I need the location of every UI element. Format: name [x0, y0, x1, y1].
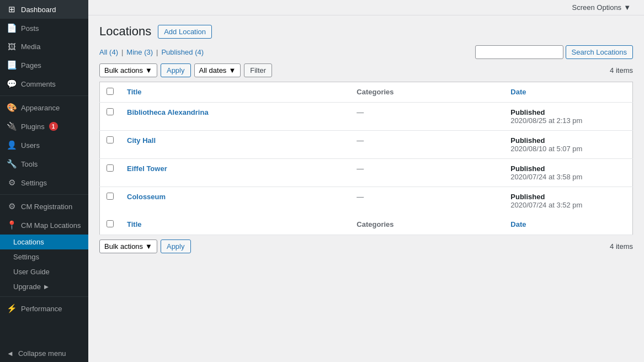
- sidebar-item-user-guide[interactable]: User Guide: [0, 264, 88, 279]
- cm-map-locations-icon: 📍: [7, 220, 17, 230]
- row-checkbox-3[interactable]: [107, 193, 114, 200]
- sidebar-divider-3: [0, 296, 88, 297]
- screen-options-button[interactable]: Screen Options ▼: [568, 2, 635, 13]
- bulk-actions-bottom-select[interactable]: Bulk actions ▼: [99, 239, 157, 253]
- filter-search-row: All (4) | Mine (3) | Published (4) Searc…: [99, 45, 633, 59]
- location-title-link-3[interactable]: Colosseum: [127, 193, 166, 201]
- row-checkbox-1[interactable]: [107, 136, 114, 143]
- page-header: Locations Add Location: [99, 24, 633, 39]
- search-locations-button[interactable]: Search Locations: [566, 45, 633, 59]
- filter-sep-2: |: [156, 48, 158, 56]
- footer-date-col: Date: [504, 215, 632, 235]
- row-date-col-2: Published 2020/07/24 at 3:58 pm: [504, 159, 632, 187]
- date-status-0: Published: [510, 108, 626, 116]
- filter-sep-1: |: [121, 48, 123, 56]
- header-title-col: Title: [120, 82, 350, 103]
- date-sort-link[interactable]: Date: [510, 88, 526, 96]
- bulk-actions-top-select[interactable]: Bulk actions ▼: [99, 63, 157, 77]
- filter-published-link[interactable]: Published (4): [161, 48, 204, 56]
- row-categories-col-3: —: [350, 187, 504, 215]
- row-categories-col-2: —: [350, 159, 504, 187]
- sidebar-item-appearance[interactable]: 🎨 Appearance: [0, 98, 88, 117]
- sidebar-item-plugins[interactable]: 🔌 Plugins 1: [0, 117, 88, 136]
- cm-registration-icon: ⚙: [7, 201, 17, 211]
- table-footer-row: Title Categories Date: [100, 215, 633, 235]
- bulk-actions-bottom-chevron-icon: ▼: [145, 242, 152, 251]
- table-row: Eiffel Tower — Published 2020/07/24 at 3…: [100, 159, 633, 187]
- appearance-icon: 🎨: [7, 103, 17, 113]
- footer-date-sort-link[interactable]: Date: [510, 220, 526, 228]
- sidebar-item-settings[interactable]: ⚙ Settings: [0, 173, 88, 192]
- row-title-col-2: Eiffel Tower: [120, 159, 350, 187]
- add-location-button[interactable]: Add Location: [158, 25, 212, 39]
- filter-all-link[interactable]: All (4): [99, 48, 118, 56]
- sidebar-item-upgrade[interactable]: Upgrade ►: [0, 279, 88, 294]
- top-items-count: 4 items: [610, 66, 633, 74]
- row-categories-col-1: —: [350, 131, 504, 159]
- row-checkbox-col-2: [100, 159, 121, 187]
- footer-title-sort-link[interactable]: Title: [127, 220, 142, 228]
- main-content: Screen Options ▼ Locations Add Location …: [88, 0, 644, 362]
- row-date-col-3: Published 2020/07/24 at 3:52 pm: [504, 187, 632, 215]
- dashboard-icon: ⊞: [7, 4, 17, 14]
- apply-top-button[interactable]: Apply: [161, 63, 191, 77]
- sidebar-item-dashboard[interactable]: ⊞ Dashboard: [0, 0, 88, 19]
- row-checkbox-2[interactable]: [107, 164, 114, 172]
- search-group: Search Locations: [475, 45, 633, 59]
- location-title-link-1[interactable]: City Hall: [127, 136, 156, 145]
- header-checkbox-col: [100, 82, 121, 103]
- sidebar-item-settings-sub[interactable]: Settings: [0, 249, 88, 264]
- bottom-toolbar: Bulk actions ▼ Apply 4 items: [99, 239, 633, 253]
- comments-icon: 💬: [7, 79, 17, 89]
- all-dates-select[interactable]: All dates ▼: [194, 63, 241, 77]
- collapse-menu-button[interactable]: ◄ Collapse menu: [0, 345, 88, 362]
- screen-options-chevron-icon: ▼: [624, 3, 631, 12]
- row-checkbox-col-0: [100, 103, 121, 131]
- plugins-badge: 1: [49, 122, 58, 131]
- location-title-link-0[interactable]: Bibliotheca Alexandrina: [127, 108, 209, 116]
- settings-icon: ⚙: [7, 178, 17, 188]
- date-value-3: 2020/07/24 at 3:52 pm: [510, 201, 582, 209]
- search-input[interactable]: [475, 45, 563, 59]
- sidebar-item-posts[interactable]: 📄 Posts: [0, 19, 88, 38]
- date-status-3: Published: [510, 193, 626, 201]
- filter-button[interactable]: Filter: [244, 63, 272, 77]
- users-icon: 👤: [7, 140, 17, 150]
- pages-icon: 📃: [7, 60, 17, 70]
- sidebar-item-locations[interactable]: Locations: [0, 235, 88, 249]
- row-categories-col-0: —: [350, 103, 504, 131]
- sidebar-item-cm-registration[interactable]: ⚙ CM Registration: [0, 197, 88, 216]
- locations-table: Title Categories Date Bibliotheca Alexan…: [99, 82, 633, 235]
- page-title: Locations: [99, 24, 151, 39]
- row-title-col-1: City Hall: [120, 131, 350, 159]
- plugins-icon: 🔌: [7, 121, 17, 131]
- sidebar-item-media[interactable]: 🖼 Media: [0, 38, 88, 56]
- row-date-col-0: Published 2020/08/25 at 2:13 pm: [504, 103, 632, 131]
- sidebar-divider-1: [0, 95, 88, 96]
- performance-icon: ⚡: [7, 304, 17, 313]
- tools-icon: 🔧: [7, 159, 17, 169]
- sidebar-item-users[interactable]: 👤 Users: [0, 136, 88, 155]
- footer-checkbox-col: [100, 215, 121, 235]
- bottom-items-count: 4 items: [610, 242, 633, 251]
- date-value-2: 2020/07/24 at 3:58 pm: [510, 173, 582, 181]
- table-header-row: Title Categories Date: [100, 82, 633, 103]
- sidebar-item-cm-map-locations[interactable]: 📍 CM Map Locations: [0, 216, 88, 235]
- apply-bottom-button[interactable]: Apply: [161, 239, 191, 253]
- filter-mine-link[interactable]: Mine (3): [126, 48, 153, 56]
- row-checkbox-0[interactable]: [107, 108, 114, 115]
- sidebar-item-comments[interactable]: 💬 Comments: [0, 74, 88, 93]
- sidebar-item-tools[interactable]: 🔧 Tools: [0, 155, 88, 173]
- location-title-link-2[interactable]: Eiffel Tower: [127, 164, 167, 173]
- sidebar-item-performance[interactable]: ⚡ Performance: [0, 299, 88, 318]
- title-sort-link[interactable]: Title: [127, 88, 142, 96]
- row-date-col-1: Published 2020/08/10 at 5:07 pm: [504, 131, 632, 159]
- footer-title-col: Title: [120, 215, 350, 235]
- sidebar-divider-2: [0, 194, 88, 195]
- date-value-0: 2020/08/25 at 2:13 pm: [510, 116, 582, 125]
- sidebar-item-pages[interactable]: 📃 Pages: [0, 56, 88, 74]
- select-all-checkbox-bottom[interactable]: [107, 220, 114, 227]
- select-all-checkbox-top[interactable]: [107, 88, 114, 95]
- row-title-col-3: Colosseum: [120, 187, 350, 215]
- date-status-2: Published: [510, 164, 626, 173]
